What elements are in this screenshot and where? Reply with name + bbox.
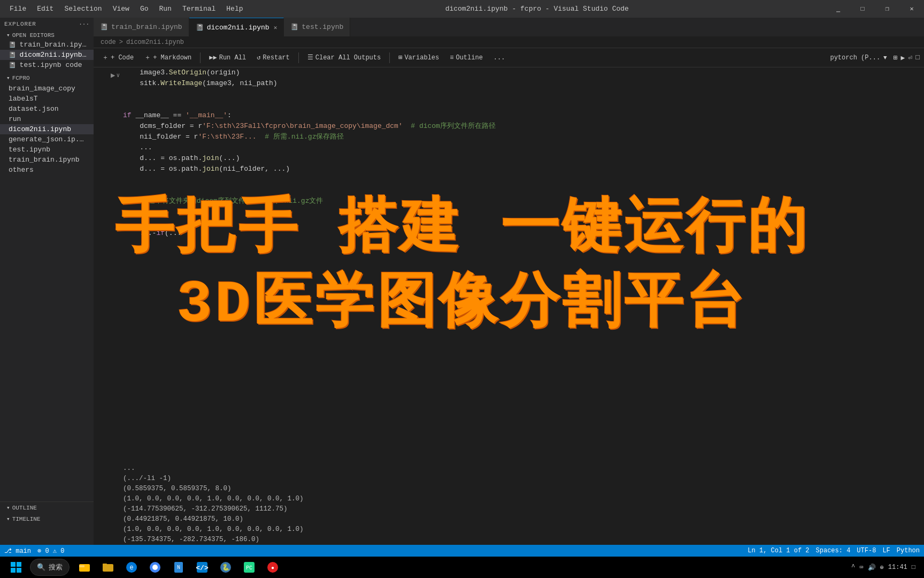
taskbar-edge[interactable]: e — [121, 557, 142, 578]
breadcrumb-code[interactable]: code — [101, 39, 116, 46]
show-hidden-icon[interactable]: ^ — [851, 564, 855, 571]
code-line-14 — [123, 207, 924, 217]
datetime[interactable]: 11:41 — [888, 564, 907, 571]
taskbar-app8[interactable]: ● — [262, 557, 283, 578]
menu-file[interactable]: File — [4, 0, 32, 18]
taskbar-notes[interactable]: N — [168, 557, 189, 578]
code-line-11 — [123, 174, 924, 185]
menu-help[interactable]: Help — [221, 0, 248, 18]
sidebar: EXPLORER ··· ▾OPEN EDITORS 📓 train_brain… — [0, 18, 94, 557]
sidebar-open-file-3[interactable]: 📓 test.ipynb code — [0, 60, 94, 70]
code-line-5: if __name__ == '__main__': — [123, 110, 924, 121]
outline-button[interactable]: ≡ Outline — [445, 52, 487, 63]
variables-icon: ⊞ — [398, 54, 402, 62]
toolbar-separator-3 — [389, 52, 390, 63]
error-count: ⊗ 0 ⚠ 0 — [37, 547, 64, 555]
svg-point-11 — [152, 565, 158, 570]
close-button[interactable]: ✕ — [899, 0, 924, 18]
volume-icon[interactable]: 🔊 — [868, 564, 876, 572]
toolbar-separator-2 — [298, 52, 299, 63]
network-icon[interactable]: ⊕ — [880, 564, 884, 572]
taskbar-file-explorer[interactable] — [74, 557, 95, 578]
run-all-icon: ▶▶ — [209, 54, 217, 62]
language[interactable]: Python — [897, 547, 920, 554]
output-line-6: (1.0, 0.0, 0.0, 0.0, 1.0, 0.0, 0.0, 0.0,… — [123, 524, 924, 535]
keyboard-icon[interactable]: ⌨ — [859, 564, 863, 572]
add-code-button[interactable]: ＋ + Code — [98, 51, 138, 64]
sidebar-item-generate-json[interactable]: generate_json.ip... — [0, 134, 94, 144]
open-editors-section[interactable]: ▾OPEN EDITORS — [0, 31, 94, 40]
sidebar-open-file-1[interactable]: 📓 train_brain.ipynb code — [0, 40, 94, 50]
outline-section[interactable]: ▾OUTLINE — [0, 501, 94, 513]
maximize-button[interactable]: □ — [850, 0, 875, 18]
tab-test[interactable]: 📓 test.ipynb — [284, 18, 350, 36]
explorer-menu[interactable]: ··· — [79, 21, 89, 27]
code-line-2: sitk.WriteImage(image3, nii_path) — [123, 78, 924, 89]
menu-edit[interactable]: Edit — [32, 0, 59, 18]
fcpro-section[interactable]: ▾FCPRO — [0, 72, 94, 83]
outline-icon: ≡ — [450, 54, 453, 62]
sidebar-item-test[interactable]: test.ipynb — [0, 144, 94, 155]
clear-outputs-button[interactable]: ☰ Clear All Outputs — [303, 52, 385, 63]
taskbar-folder[interactable] — [97, 557, 119, 578]
code-area: ▶ ∨ image3.SetOrigin(origin) sitk.WriteI… — [94, 67, 924, 545]
tab-dicom2nii[interactable]: 📓 dicom2nii.ipynb ✕ — [189, 18, 284, 36]
code-line-1: image3.SetOrigin(origin) — [123, 67, 924, 78]
add-markdown-button[interactable]: ＋ + Markdown — [140, 51, 196, 64]
spaces[interactable]: Spaces: 4 — [816, 547, 851, 554]
play-cell-icon[interactable]: ▶ — [111, 71, 115, 80]
taskbar-search[interactable]: 🔍 搜索 — [30, 559, 70, 576]
menu-view[interactable]: View — [107, 0, 135, 18]
run-button-area[interactable]: ▶ ∨ — [94, 67, 123, 80]
tab-train-brain[interactable]: 📓 train_brain.ipynb — [94, 18, 189, 36]
start-button[interactable] — [4, 557, 28, 578]
debug-icon[interactable]: ⏎ — [908, 54, 912, 62]
sidebar-item-train-brain[interactable]: train_brain.ipynb — [0, 155, 94, 165]
git-branch[interactable]: ⎇ main — [4, 547, 31, 555]
encoding[interactable]: UTF-8 — [857, 547, 876, 554]
taskbar-pycharm[interactable]: PC — [238, 557, 260, 578]
breadcrumb-file[interactable]: dicom2nii.ipynb — [126, 39, 184, 46]
maximize-editor-icon[interactable]: □ — [915, 54, 920, 62]
tab-close-2[interactable]: ✕ — [274, 24, 278, 31]
menu-bar[interactable]: File Edit Selection View Go Run Terminal… — [0, 0, 249, 18]
restart-icon: ↺ — [257, 54, 260, 62]
svg-text:PC: PC — [246, 565, 252, 571]
menu-terminal[interactable]: Terminal — [177, 0, 221, 18]
output-section: ... (.../-li -1) (0.5859375, 0.5859375, … — [123, 463, 924, 545]
split-editor-icon[interactable]: ⊞ — [894, 54, 898, 62]
sidebar-item-labelst[interactable]: labelsT — [0, 94, 94, 104]
sidebar-item-dicom2nii[interactable]: dicom2nii.ipynb — [0, 124, 94, 134]
run-all-button[interactable]: ▶▶ Run All — [205, 52, 250, 63]
window-controls[interactable]: ⎯ □ ❐ ✕ — [826, 0, 924, 18]
timeline-section[interactable]: ▾TIMELINE — [0, 513, 94, 524]
menu-selection[interactable]: Selection — [59, 0, 107, 18]
taskbar-vscode[interactable]: </> — [191, 557, 213, 578]
menu-run[interactable]: Run — [153, 0, 176, 18]
play-icon[interactable]: ▶ — [901, 54, 905, 62]
sidebar-item-run[interactable]: run — [0, 114, 94, 124]
variables-button[interactable]: ⊞ Variables — [394, 52, 443, 63]
sidebar-item-brain-image-copy[interactable]: brain_image_copy — [0, 83, 94, 94]
minimize-button[interactable]: ⎯ — [826, 0, 850, 18]
search-label: 搜索 — [49, 562, 63, 572]
sidebar-item-others[interactable]: others — [0, 165, 94, 175]
code-line-6: dcms_folder = r'F:\sth\23Fall\fcpro\brai… — [123, 121, 924, 132]
kernel-selector[interactable]: pytorch (P... ▼ — [830, 54, 887, 62]
sidebar-item-dataset[interactable]: dataset.json — [0, 104, 94, 114]
svg-rect-3 — [17, 568, 21, 573]
notification-icon[interactable]: □ — [912, 564, 915, 571]
svg-rect-5 — [79, 565, 84, 567]
tabs-bar: 📓 train_brain.ipynb 📓 dicom2nii.ipynb ✕ … — [94, 18, 924, 36]
menu-go[interactable]: Go — [135, 0, 154, 18]
toolbar-right-icons: ⊞ ▶ ⏎ □ — [894, 54, 920, 62]
plus-icon-code: ＋ — [102, 53, 109, 62]
more-button[interactable]: ... — [489, 52, 510, 63]
sidebar-open-file-2[interactable]: 📓 dicom2nii.ipynb code — [0, 50, 94, 60]
svg-rect-0 — [11, 562, 16, 567]
taskbar-chrome[interactable] — [144, 557, 166, 578]
taskbar-python[interactable]: 🐍 — [215, 557, 236, 578]
restore-button[interactable]: ❐ — [875, 0, 899, 18]
restart-button[interactable]: ↺ Restart — [252, 52, 294, 63]
eol[interactable]: LF — [882, 547, 890, 554]
